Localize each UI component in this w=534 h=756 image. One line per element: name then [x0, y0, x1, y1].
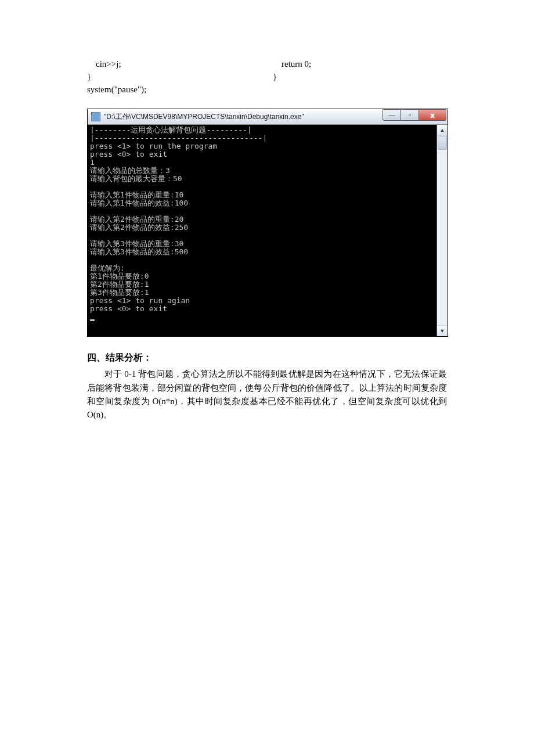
scrollbar[interactable]: ▲ ▼ — [436, 125, 448, 336]
minimize-icon: — — [389, 111, 395, 118]
maximize-icon: ▫ — [409, 111, 411, 118]
maximize-button[interactable]: ▫ — [401, 109, 419, 121]
close-icon: x — [430, 111, 434, 120]
app-icon — [91, 112, 100, 121]
code-snippet-block: cin>>j; } system("pause"); return 0; } — [87, 58, 447, 96]
scroll-track[interactable] — [437, 136, 448, 325]
section-heading: 四、结果分析： — [87, 352, 447, 364]
document-page: cin>>j; } system("pause"); return 0; } "… — [0, 0, 534, 456]
close-button[interactable]: x — [419, 109, 446, 121]
console-output: |--------运用贪心法解背包问题---------| |---------… — [88, 125, 436, 336]
window-title: "D:\工作\VC\MSDEV98\MYPROJECTS\tanxin\Debu… — [104, 112, 383, 122]
code-column-right: return 0; } — [273, 58, 447, 96]
titlebar[interactable]: "D:\工作\VC\MSDEV98\MYPROJECTS\tanxin\Debu… — [88, 109, 448, 125]
chevron-down-icon: ▼ — [440, 328, 445, 334]
window-controls: — ▫ x — [383, 109, 446, 124]
cursor — [90, 319, 95, 321]
minimize-button[interactable]: — — [383, 109, 401, 121]
scroll-up-button[interactable]: ▲ — [437, 125, 448, 136]
scroll-down-button[interactable]: ▼ — [437, 325, 448, 336]
code-column-left: cin>>j; } system("pause"); — [87, 58, 273, 96]
console-window: "D:\工作\VC\MSDEV98\MYPROJECTS\tanxin\Debu… — [87, 109, 448, 337]
console-body-wrap: |--------运用贪心法解背包问题---------| |---------… — [88, 125, 448, 336]
chevron-up-icon: ▲ — [440, 127, 445, 133]
scroll-thumb[interactable] — [438, 136, 447, 150]
analysis-paragraph: 对于 0-1 背包问题，贪心算法之所以不能得到最优解是因为在这种情况下，它无法保… — [87, 368, 447, 422]
